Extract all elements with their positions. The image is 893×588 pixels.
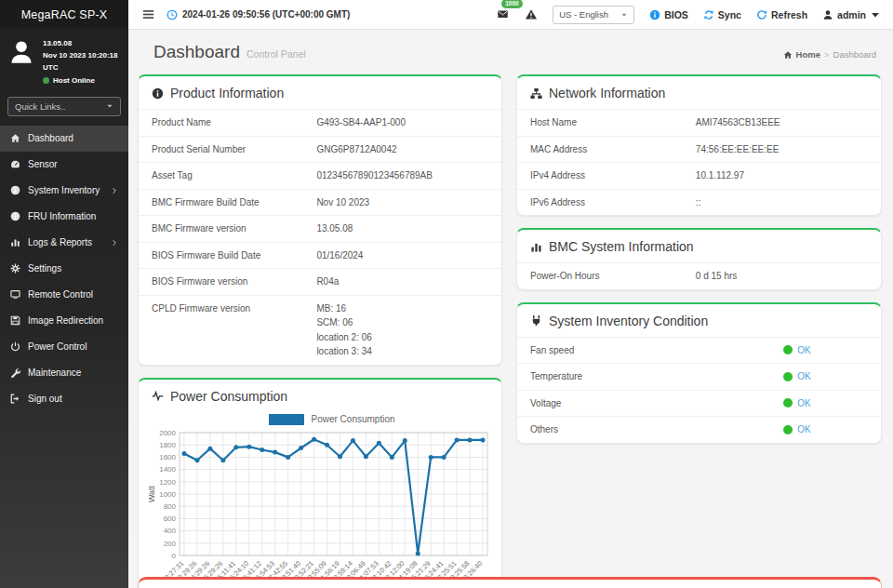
svg-text:1000: 1000 xyxy=(159,489,176,498)
home-icon xyxy=(783,50,793,60)
caret-down-icon xyxy=(106,102,113,110)
sync-label: Sync xyxy=(718,9,741,20)
sidebar-item-remote-control[interactable]: Remote Control xyxy=(0,282,128,308)
card-title: BMC System Information xyxy=(549,239,694,254)
svg-text:1600: 1600 xyxy=(159,453,176,461)
sidebar-item-settings[interactable]: Settings xyxy=(0,256,128,282)
power-consumption-card: Power Consumption Power Consumption 0200… xyxy=(138,378,502,588)
sidebar-item-logs-reports[interactable]: Logs & Reports xyxy=(0,230,128,256)
row-label: BIOS Firmware Build Date xyxy=(152,248,316,263)
hamburger-menu-icon[interactable] xyxy=(140,8,156,20)
sidebar-item-system-inventory[interactable]: System Inventory xyxy=(0,178,128,204)
user-block: 13.05.08 Nov 10 2023 10:20:18 UTC Host O… xyxy=(0,29,128,92)
sync-icon xyxy=(703,9,714,20)
refresh-button[interactable]: Refresh xyxy=(756,9,807,20)
row-value: 01/16/2024 xyxy=(316,248,488,263)
breadcrumb-current: Dashboard xyxy=(833,49,876,60)
row-label: BMC Firmware version xyxy=(152,221,316,236)
row-label: Product Serial Number xyxy=(152,142,316,157)
row-value: GNG6P8712A0042 xyxy=(316,142,488,157)
datetime-text: 2024-01-26 09:50:56 (UTC+00:00 GMT) xyxy=(182,9,350,20)
language-value: US - English xyxy=(559,9,608,20)
info-row: MAC Address74:56:EE:EE:EE:EE xyxy=(517,136,881,163)
row-label: Others xyxy=(530,422,696,437)
sidebar-item-sign-out[interactable]: Sign out xyxy=(0,386,128,412)
sidebar-item-label: FRU Information xyxy=(28,211,96,221)
messages-button[interactable]: 1000 xyxy=(496,7,510,23)
plug-icon xyxy=(530,314,542,327)
row-label: Asset Tag xyxy=(152,168,316,183)
chevron-right-icon xyxy=(111,239,118,247)
status-value: OK xyxy=(696,396,868,411)
svg-text:1800: 1800 xyxy=(159,441,176,449)
sitemap-icon xyxy=(530,87,542,100)
firmware-date: Nov 10 2023 10:20:18 UTC xyxy=(43,49,121,74)
cropped-bottom-card xyxy=(138,577,882,588)
sidebar-item-image-redirection[interactable]: Image Redirection xyxy=(0,308,128,334)
refresh-icon xyxy=(756,9,767,20)
quick-links-select[interactable]: Quick Links.. xyxy=(7,97,121,116)
firmware-version: 13.05.08 xyxy=(43,37,121,49)
avatar xyxy=(7,37,35,67)
sidebar-item-maintenance[interactable]: Maintenance xyxy=(0,360,128,386)
sidebar-item-fru-information[interactable]: FRU Information xyxy=(0,204,128,230)
sidebar-item-power-control[interactable]: Power Control xyxy=(0,334,128,360)
user-menu[interactable]: admin xyxy=(822,9,881,20)
warning-icon[interactable] xyxy=(525,8,538,20)
svg-text:400: 400 xyxy=(164,527,177,535)
sidebar-item-label: System Inventory xyxy=(28,185,100,195)
page-subtitle: Control Panel xyxy=(247,48,306,60)
info-row: IPv6 Address:: xyxy=(517,189,881,216)
info-row: IPv4 Address10.1.112.97 xyxy=(517,162,881,189)
row-label: Voltage xyxy=(530,396,696,411)
sidebar-item-sensor[interactable]: Sensor xyxy=(0,152,128,178)
chevron-right-icon xyxy=(111,187,118,194)
status-text: OK xyxy=(797,369,810,384)
status-text: OK xyxy=(797,396,810,411)
host-status: Host Online xyxy=(43,74,121,87)
info-circle-icon xyxy=(649,9,660,20)
network-information-card: Network Information Host NameAMI74563CB1… xyxy=(516,74,882,216)
sidebar-item-label: Logs & Reports xyxy=(28,237,92,247)
wrench-icon xyxy=(10,368,20,378)
system-inventory-condition-card: System Inventory Condition Fan speedOKTe… xyxy=(516,302,882,444)
info-row: Host NameAMI74563CB13EEE xyxy=(517,109,881,136)
bios-button[interactable]: BIOS xyxy=(649,9,688,20)
status-ok-dot xyxy=(783,425,793,434)
info-row: Asset Tag01234567890123456789AB xyxy=(139,162,501,189)
row-label: CPLD Firmware version xyxy=(152,301,316,359)
sidebar-item-label: Maintenance xyxy=(28,368,81,378)
info-circle-icon xyxy=(152,87,164,100)
language-select[interactable]: US - English xyxy=(553,6,634,24)
status-row: VoltageOK xyxy=(517,390,881,417)
caret-down-icon xyxy=(870,9,881,20)
svg-text:1200: 1200 xyxy=(159,477,176,486)
datetime: 2024-01-26 09:50:56 (UTC+00:00 GMT) xyxy=(167,9,350,20)
power-consumption-chart: 020040060080010001200140016001800200012:… xyxy=(146,427,494,588)
legend-label: Power Consumption xyxy=(311,414,394,424)
info-row: Product Serial NumberGNG6P8712A0042 xyxy=(139,136,501,163)
chart-container: 020040060080010001200140016001800200012:… xyxy=(139,427,501,588)
card-title: Network Information xyxy=(549,86,665,100)
row-value: G493-SB4-AAP1-000 xyxy=(316,115,488,130)
status-value: OK xyxy=(696,422,868,437)
row-value: :: xyxy=(696,195,868,210)
status-row: Fan speedOK xyxy=(517,337,881,364)
row-label: Fan speed xyxy=(530,343,696,358)
legend-swatch xyxy=(269,414,304,425)
card-title: Power Consumption xyxy=(170,389,287,404)
breadcrumb-home[interactable]: Home xyxy=(796,49,820,60)
quick-links-placeholder: Quick Links.. xyxy=(15,101,65,112)
bar-chart-icon xyxy=(10,237,20,247)
status-ok-dot xyxy=(783,372,793,381)
sidebar-nav: DashboardSensorSystem InventoryFRU Infor… xyxy=(0,126,128,412)
info-row: BIOS Firmware Build Date01/16/2024 xyxy=(139,242,501,269)
sync-button[interactable]: Sync xyxy=(703,9,741,20)
sidebar-item-label: Settings xyxy=(28,263,61,274)
status-row: TemperatureOK xyxy=(517,363,881,390)
bar-chart-icon xyxy=(530,241,542,253)
sidebar-item-dashboard[interactable]: Dashboard xyxy=(0,126,128,152)
row-label: IPv6 Address xyxy=(530,195,696,210)
row-label: IPv4 Address xyxy=(530,168,696,183)
svg-text:800: 800 xyxy=(164,502,177,511)
